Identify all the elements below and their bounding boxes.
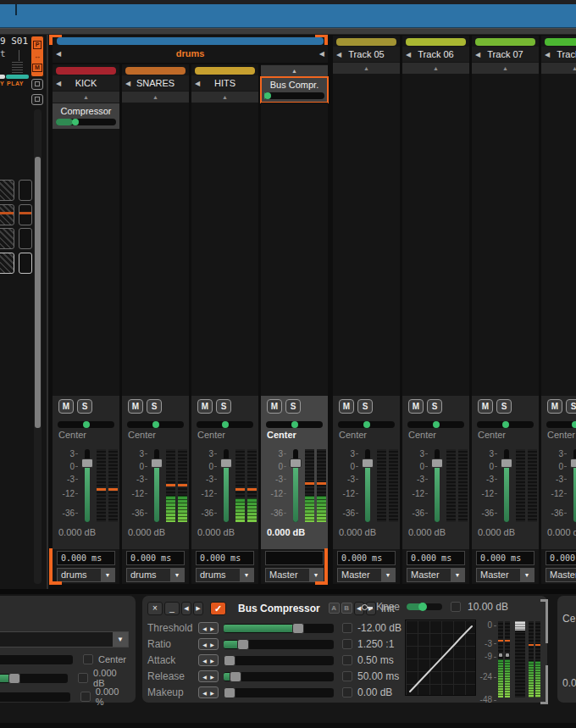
param-automation-checkbox[interactable] bbox=[342, 639, 352, 649]
delay-input[interactable]: 0.000 ms bbox=[546, 551, 576, 565]
solo-button[interactable]: S bbox=[285, 399, 301, 414]
track-strip-6[interactable]: ◀Track 06▲▼MSCenter30-3-12-360.000 dB0.0… bbox=[402, 36, 469, 584]
volume-fader[interactable] bbox=[151, 449, 163, 522]
routing-dropdown[interactable]: Master▼ bbox=[407, 568, 465, 582]
dropdown-arrow-icon[interactable]: ▼ bbox=[240, 569, 253, 581]
slider-handle[interactable] bbox=[8, 673, 20, 684]
stepper-right-icon[interactable]: ▶ bbox=[210, 674, 214, 680]
minimize-device-button[interactable]: _ bbox=[164, 602, 180, 615]
pan-slider[interactable] bbox=[58, 421, 114, 428]
fader-handle[interactable] bbox=[431, 458, 443, 468]
close-device-button[interactable]: × bbox=[147, 602, 163, 615]
slider-handle[interactable] bbox=[224, 687, 235, 698]
delay-input[interactable]: 0.000 ms bbox=[57, 551, 115, 565]
ab-button-a[interactable]: A bbox=[329, 603, 340, 614]
pan-slider[interactable] bbox=[477, 421, 534, 428]
mute-button[interactable]: M bbox=[408, 399, 424, 414]
delay-input[interactable]: 0.000 ms bbox=[126, 551, 185, 565]
track-color-bar[interactable] bbox=[56, 67, 116, 75]
param-stepper[interactable]: ◀▶ bbox=[198, 654, 219, 666]
slider-handle[interactable] bbox=[264, 92, 271, 99]
matrix-cell[interactable] bbox=[0, 253, 14, 274]
track-color-bar[interactable] bbox=[195, 67, 255, 75]
pan-slider[interactable] bbox=[546, 421, 576, 428]
track-strip-2[interactable]: ◀SNARES▲▼MSCenter30-3-12-360.000 dB0.000… bbox=[122, 64, 189, 584]
pattern-position-bar[interactable] bbox=[0, 4, 576, 28]
param-stepper[interactable]: ◀▶ bbox=[198, 622, 219, 634]
device-box-bus-compr-[interactable]: Bus Compr. bbox=[261, 77, 328, 103]
param-automation-checkbox[interactable] bbox=[78, 673, 88, 683]
param-automation-checkbox[interactable] bbox=[342, 623, 352, 633]
matrix-cell[interactable] bbox=[19, 228, 32, 249]
volume-fader[interactable] bbox=[81, 449, 93, 522]
device-mix-slider[interactable] bbox=[264, 92, 324, 99]
track-body[interactable] bbox=[333, 74, 400, 396]
toggle-button-2[interactable] bbox=[31, 94, 43, 105]
param-slider[interactable] bbox=[224, 656, 334, 665]
solo-button[interactable]: S bbox=[216, 399, 231, 414]
preset-dropdown[interactable]: ▼ bbox=[0, 631, 129, 647]
slider-handle[interactable] bbox=[224, 655, 235, 666]
param-slider[interactable] bbox=[0, 674, 68, 683]
matrix-cell[interactable] bbox=[19, 253, 32, 274]
knee-automation-checkbox[interactable] bbox=[451, 602, 461, 612]
collapse-strip[interactable]: ▲ bbox=[261, 65, 328, 76]
stepper-left-icon[interactable]: ◀ bbox=[202, 690, 207, 696]
track-strip-4[interactable]: ▲Bus Compr.▼MSCenter30-3-12-360.000 dBMa… bbox=[261, 64, 328, 584]
track-strip-7[interactable]: ◀Track 07▲▼MSCenter30-3-12-360.000 dB0.0… bbox=[472, 36, 539, 584]
track-name-row[interactable]: ◀Track 06 bbox=[402, 47, 469, 62]
fader-handle[interactable] bbox=[290, 458, 302, 468]
solo-button[interactable]: S bbox=[496, 399, 512, 414]
knee-slider[interactable] bbox=[407, 603, 442, 610]
fader-handle[interactable] bbox=[362, 458, 374, 468]
matrix-cell[interactable] bbox=[19, 204, 32, 225]
collapse-strip[interactable]: ▲ bbox=[53, 92, 119, 103]
pan-handle[interactable] bbox=[152, 421, 159, 428]
fader-handle[interactable] bbox=[151, 458, 163, 468]
group-name-row[interactable]: ◀ drums ◀ bbox=[53, 46, 328, 61]
volume-fader[interactable] bbox=[290, 449, 302, 522]
track-strip-5[interactable]: ◀Track 05▲▼MSCenter30-3-12-360.000 dB0.0… bbox=[333, 36, 400, 584]
routing-dropdown[interactable]: Master▼ bbox=[546, 568, 576, 582]
stepper-right-icon[interactable]: ▶ bbox=[210, 642, 214, 647]
solo-button[interactable]: S bbox=[147, 399, 162, 414]
param-automation-checkbox[interactable] bbox=[342, 655, 352, 665]
track-color-bar[interactable] bbox=[475, 38, 535, 46]
volume-fader[interactable] bbox=[501, 449, 512, 522]
move-device-right-button[interactable]: ▶ bbox=[193, 602, 203, 615]
pan-slider[interactable] bbox=[127, 421, 184, 428]
stepper-left-icon[interactable]: ◀ bbox=[202, 658, 207, 664]
pan-handle[interactable] bbox=[572, 421, 576, 428]
collapse-strip[interactable]: ▲ bbox=[122, 92, 189, 103]
track-name-row[interactable]: ◀Track 08 bbox=[541, 47, 576, 62]
track-color-bar[interactable] bbox=[406, 38, 466, 46]
device-mix-slider[interactable] bbox=[56, 119, 116, 125]
stepper-right-icon[interactable]: ▶ bbox=[210, 658, 214, 664]
stepper-left-icon[interactable]: ◀ bbox=[202, 674, 207, 680]
volume-fader[interactable] bbox=[220, 449, 232, 522]
routing-dropdown[interactable]: Master▼ bbox=[337, 568, 396, 582]
collapse-strip[interactable]: ▲ bbox=[333, 63, 400, 74]
collapse-strip[interactable]: ▲ bbox=[472, 63, 539, 74]
device-box-compressor[interactable]: Compressor bbox=[53, 103, 119, 129]
slider-handle[interactable] bbox=[230, 671, 241, 682]
track-body[interactable] bbox=[122, 103, 189, 396]
collapse-strip[interactable]: ▲ bbox=[402, 63, 469, 74]
track-color-bar[interactable] bbox=[336, 38, 396, 46]
pan-handle[interactable] bbox=[83, 421, 90, 428]
param-stepper[interactable]: ◀▶ bbox=[198, 638, 219, 650]
dropdown-arrow-icon[interactable]: ▼ bbox=[101, 569, 114, 581]
track-name-row[interactable]: ◀SNARES bbox=[122, 75, 189, 91]
volume-fader[interactable] bbox=[362, 449, 374, 522]
matrix-cell[interactable] bbox=[0, 204, 14, 225]
slider-handle[interactable] bbox=[292, 623, 304, 634]
solo-button[interactable]: S bbox=[566, 399, 576, 414]
param-stepper[interactable]: ◀▶ bbox=[198, 686, 219, 698]
stepper-left-icon[interactable]: ◀ bbox=[202, 642, 207, 647]
track-color-bar[interactable] bbox=[545, 38, 576, 46]
collapse-strip[interactable]: ▲ bbox=[541, 63, 576, 74]
param-automation-checkbox[interactable] bbox=[83, 654, 93, 664]
dropdown-arrow-icon[interactable]: ▼ bbox=[113, 632, 128, 647]
pan-handle[interactable] bbox=[222, 421, 229, 428]
mute-button[interactable]: M bbox=[339, 399, 354, 414]
